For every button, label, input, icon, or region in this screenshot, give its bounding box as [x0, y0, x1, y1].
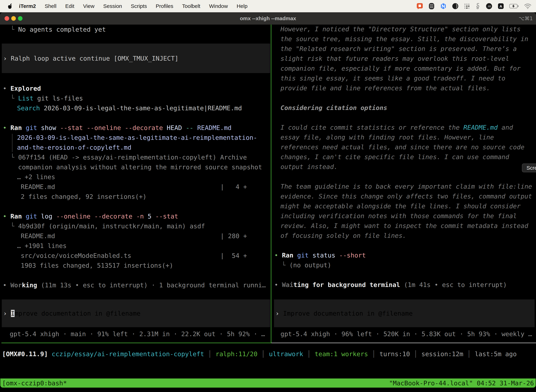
- menu-items: iTerm2 Shell Edit View Session Scripts P…: [19, 3, 247, 9]
- reasoning-line: of focusing solely on file lines.: [281, 231, 406, 241]
- tmux-status-bar: [omx-cczip0:bash* "MacBook-Pro-44.local"…: [0, 378, 536, 387]
- prompt-chevron-icon: ›: [3, 55, 7, 62]
- reasoning-line: this single essay, it seems like a good …: [281, 73, 505, 83]
- reasoning-line: However, I noticed the "Directory Struct…: [281, 24, 521, 34]
- reasoning-line: the "Related research writing" section i…: [281, 44, 517, 54]
- omx-last-activity: last:5m ago: [475, 350, 517, 358]
- reasoning-line: review. Also, I might want to inspect th…: [281, 221, 528, 231]
- menu-session[interactable]: Session: [103, 3, 122, 9]
- menubar-status-icons: ..61 A: [416, 3, 536, 10]
- menu-iterm2[interactable]: iTerm2: [19, 3, 36, 9]
- reasoning-line: the source tree, missing the essay. Stil…: [281, 34, 528, 44]
- text-cursor: I: [11, 310, 15, 317]
- agents-note-line: └ No agents completed yet: [10, 25, 106, 34]
- reasoning-line: might be acceptable alongside the file l…: [281, 201, 521, 211]
- grid-shield-icon[interactable]: [428, 3, 435, 10]
- omx-ultrawork-badge: ultrawork: [269, 350, 303, 358]
- menu-view[interactable]: View: [83, 3, 94, 9]
- command-continuation-line: and-the-erosion-of-copyleft.md: [17, 143, 131, 152]
- ran-git-status-line: • Ran git status --short: [274, 250, 366, 260]
- active-pane-bottom-border: [1, 343, 271, 343]
- apple-menu-icon[interactable]: [7, 3, 12, 9]
- reasoning-line: I could cite commit statistics or refere…: [281, 123, 513, 132]
- tmux-host-clock: "MacBook-Pro-44.local" 04:52 31-Mar-26: [389, 379, 534, 387]
- chat-icon[interactable]: [416, 3, 423, 9]
- window-shortcut-badge: ⌥⌘1: [519, 12, 533, 25]
- reasoning-line: including verification notes with those …: [281, 211, 517, 221]
- svg-text:..61: ..61: [487, 5, 491, 8]
- right-chat-input-box[interactable]: ›Improve documentation in @filename: [274, 299, 535, 327]
- menu-bar: iTerm2 Shell Edit View Session Scripts P…: [0, 0, 536, 12]
- omx-version: [OMX#0.11.9]: [2, 350, 48, 358]
- command-continuation-line: 2026-03-09-is-legal-the-same-as-legitima…: [17, 133, 257, 143]
- left-session-status-line: gpt-5.4 xhigh · main · 91% left · 2.31M …: [10, 329, 265, 339]
- inject-input-box[interactable]: › Ralph loop active continue [OMX_TMUX_I…: [2, 44, 270, 73]
- reasoning-line: output instead.: [281, 162, 338, 172]
- ran-git-log-line: • Ran git log --oneline --decorate -n 5 …: [3, 211, 178, 221]
- left-chat-input-box[interactable]: ›Improve documentation in @filename: [2, 299, 270, 327]
- menu-edit[interactable]: Edit: [65, 3, 74, 9]
- git-stat-summary-line: 2 files changed, 92 insertions(+): [21, 192, 147, 202]
- command-wrap-bar: [12, 134, 13, 152]
- svg-text:A: A: [499, 4, 502, 8]
- omx-session-time: session:12m: [421, 350, 463, 358]
- screen-notification-tooltip[interactable]: Scre: [522, 163, 536, 172]
- desktop: iTerm2 Shell Edit View Session Scripts P…: [0, 0, 536, 392]
- git-log-output-line: └ 4b9d30f (origin/main, instructkr/main,…: [10, 221, 205, 231]
- moon-circle-icon[interactable]: [452, 3, 459, 9]
- omx-worktree-path: cczip/essay/ai-reimplementation-copyleft: [48, 350, 204, 358]
- dots-grid-icon[interactable]: [464, 3, 470, 9]
- window-title: omx --xhigh --madmax: [0, 12, 536, 25]
- git-show-output-line: └ 067f154 (HEAD -> essay/ai-reimplementa…: [10, 152, 247, 162]
- prompt-chevron-icon: ›: [3, 310, 7, 317]
- reasoning-line: essay file, along with finding root file…: [281, 132, 494, 142]
- reasoning-heading: Considering citation options: [281, 103, 387, 113]
- omx-team-workers: team:1 workers: [315, 350, 368, 358]
- git-stat-line: README.md| 280 +: [21, 231, 55, 241]
- inactive-pane-bottom-border: [271, 343, 536, 343]
- explored-list-line: └ List git ls-files: [10, 93, 83, 103]
- menu-scripts[interactable]: Scripts: [131, 3, 147, 9]
- inject-input-text: Ralph loop active continue [OMX_TMUX_INJ…: [7, 55, 178, 62]
- menu-profiles[interactable]: Profiles: [156, 3, 173, 9]
- reasoning-line: companion file, especially if more comme…: [281, 64, 521, 73]
- right-session-status-line: gpt-5.4 xhigh · 96% left · 520K in · 5.8…: [281, 329, 532, 339]
- git-stat-summary-line: 1903 files changed, 513517 insertions(+): [21, 261, 173, 271]
- ran-git-show-line: • Ran git show --stat --oneline --decora…: [3, 123, 232, 133]
- omx-turns: turns:10: [379, 350, 410, 358]
- percent-badge-icon[interactable]: ..61: [486, 3, 492, 9]
- git-log-more-line: … +1901 lines: [17, 241, 67, 251]
- working-status-line: • Working (11m 13s • esc to interrupt) ·…: [3, 280, 266, 290]
- omx-ralph-counter: ralph:11/20: [215, 350, 258, 358]
- readme-link: README.md: [463, 124, 498, 131]
- squiggle-icon[interactable]: [475, 3, 480, 9]
- menu-toolbelt[interactable]: Toolbelt: [182, 3, 200, 9]
- prompt-chevron-icon: ›: [275, 310, 279, 317]
- input-source-icon[interactable]: A: [498, 3, 504, 9]
- menu-window[interactable]: Window: [209, 3, 228, 9]
- explored-search-line: Search 2026-03-09-is-legal-the-same-as-l…: [17, 103, 242, 113]
- battery-icon[interactable]: [509, 4, 519, 9]
- no-output-line: └ (no output): [282, 260, 331, 270]
- right-input-text: Improve documentation in @filename: [283, 310, 413, 317]
- reasoning-line: references need actual files, and since …: [281, 142, 524, 152]
- reasoning-line: evidence. Since this change only affects…: [281, 191, 532, 201]
- reasoning-line: The team guideline is to back every impo…: [281, 182, 532, 191]
- pane-divider[interactable]: [271, 25, 271, 343]
- menu-shell[interactable]: Shell: [45, 3, 57, 9]
- left-input-text: mprove documentation in @filename: [14, 310, 140, 317]
- git-stat-line: README.md| 4 +: [21, 182, 55, 192]
- omx-status-bar: [OMX#0.11.9] cczip/essay/ai-reimplementa…: [2, 349, 517, 359]
- menu-help[interactable]: Help: [237, 3, 248, 9]
- lightning-hex-icon[interactable]: [440, 3, 447, 9]
- git-show-output-line: companion analysis without altering the …: [18, 162, 262, 172]
- wifi-icon[interactable]: [524, 3, 531, 9]
- reasoning-line: slight risk that future readers may over…: [281, 54, 509, 64]
- reasoning-line: changes, I can't cite specific file line…: [281, 152, 509, 162]
- git-stat-line: src/voice/voiceModeEnabled.ts| 54 +: [21, 251, 131, 261]
- tmux-session-window: [omx-cczip0:bash*: [2, 379, 67, 387]
- window-title-bar: omx --xhigh --madmax ⌥⌘1: [0, 12, 536, 25]
- git-show-more-line: … +2 lines: [17, 172, 55, 182]
- waiting-status-line: • Waiting for background terminal (1m 41…: [274, 280, 507, 290]
- reasoning-line: provide file and line references from th…: [281, 83, 490, 93]
